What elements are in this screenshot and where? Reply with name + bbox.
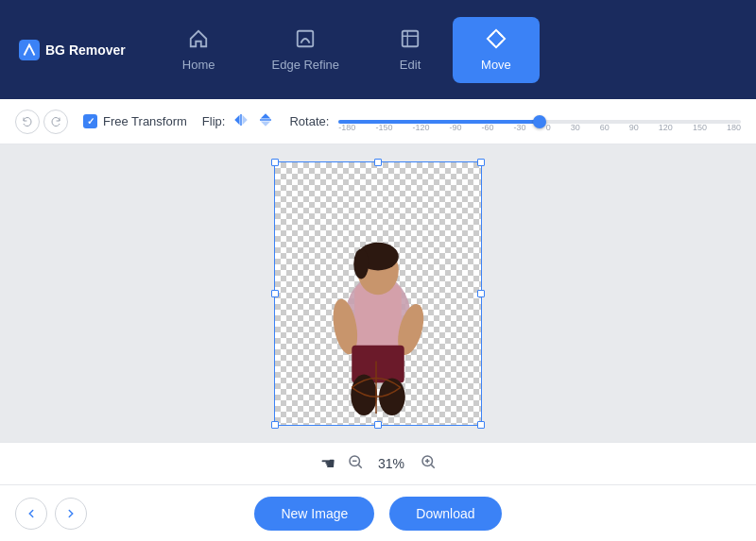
svg-rect-2	[403, 30, 419, 46]
undo-button[interactable]	[15, 110, 40, 134]
rotate-slider[interactable]: -180 -150 -120 -90 -60 -30 0 30 60 90 12…	[338, 110, 741, 134]
nav-item-edit[interactable]: Edit	[368, 17, 453, 83]
footer-inner: New Image Download	[0, 497, 756, 531]
nav-arrows	[15, 498, 87, 530]
person-figure	[275, 162, 481, 425]
new-image-button[interactable]: New Image	[254, 497, 374, 531]
nav-item-move[interactable]: Move	[453, 17, 540, 83]
svg-rect-0	[19, 40, 40, 60]
zoom-value: 31%	[375, 456, 408, 471]
logo-area: BG Remover	[19, 40, 126, 60]
svg-line-22	[431, 465, 434, 467]
logo-label: BG Remover	[45, 42, 126, 58]
nav-items: Home Edge Refine Edit	[154, 17, 737, 83]
canvas-area	[0, 144, 756, 442]
free-transform-label: Free Transform	[103, 114, 187, 128]
handle-bottom-left[interactable]	[271, 421, 279, 429]
nav-item-home[interactable]: Home	[154, 17, 244, 83]
move-icon	[486, 28, 507, 52]
flip-horizontal-button[interactable]	[232, 111, 249, 132]
edge-refine-icon	[295, 28, 316, 52]
edit-icon	[400, 28, 421, 52]
handle-left-middle[interactable]	[271, 290, 279, 297]
free-transform-checkbox[interactable]	[83, 114, 97, 128]
rotate-label: Rotate:	[289, 114, 329, 128]
prev-image-button[interactable]	[15, 498, 47, 530]
footer: New Image Download	[0, 484, 756, 541]
handle-top-right[interactable]	[477, 159, 485, 166]
logo-icon	[19, 40, 40, 60]
header: BG Remover Home Edge Refine	[0, 0, 756, 99]
svg-point-9	[353, 248, 369, 279]
main-content: Free Transform Flip: Rotat	[0, 99, 756, 541]
nav-label-move: Move	[481, 58, 511, 72]
nav-item-edge-refine[interactable]: Edge Refine	[244, 17, 369, 83]
svg-line-19	[358, 465, 361, 467]
flip-label: Flip:	[202, 114, 226, 128]
undo-redo-group	[15, 110, 68, 134]
redo-button[interactable]	[43, 110, 68, 134]
zoom-out-icon[interactable]	[347, 453, 364, 474]
download-button[interactable]: Download	[389, 497, 501, 531]
next-image-button[interactable]	[55, 498, 87, 530]
handle-top-middle[interactable]	[374, 159, 382, 166]
free-transform-group: Free Transform	[83, 114, 187, 128]
handle-bottom-middle[interactable]	[374, 421, 382, 429]
flip-vertical-button[interactable]	[257, 111, 274, 132]
handle-right-middle[interactable]	[477, 290, 485, 297]
flip-section: Flip:	[202, 111, 275, 132]
nav-label-edge-refine: Edge Refine	[272, 58, 340, 72]
handle-bottom-right[interactable]	[477, 421, 485, 429]
rotate-section: Rotate: -180 -150 -120 -90 -60 -30 0 30 …	[289, 110, 741, 134]
hand-tool-icon[interactable]: ☚	[320, 453, 335, 474]
nav-label-edit: Edit	[400, 58, 421, 72]
zoom-bar: ☚ 31%	[0, 442, 756, 484]
toolbar: Free Transform Flip: Rotat	[0, 99, 756, 144]
zoom-in-icon[interactable]	[420, 453, 437, 474]
handle-top-left[interactable]	[271, 159, 279, 166]
ruler-labels: -180 -150 -120 -90 -60 -30 0 30 60 90 12…	[338, 123, 741, 132]
nav-label-home: Home	[182, 58, 215, 72]
home-icon	[188, 28, 209, 52]
image-container[interactable]	[274, 161, 482, 426]
